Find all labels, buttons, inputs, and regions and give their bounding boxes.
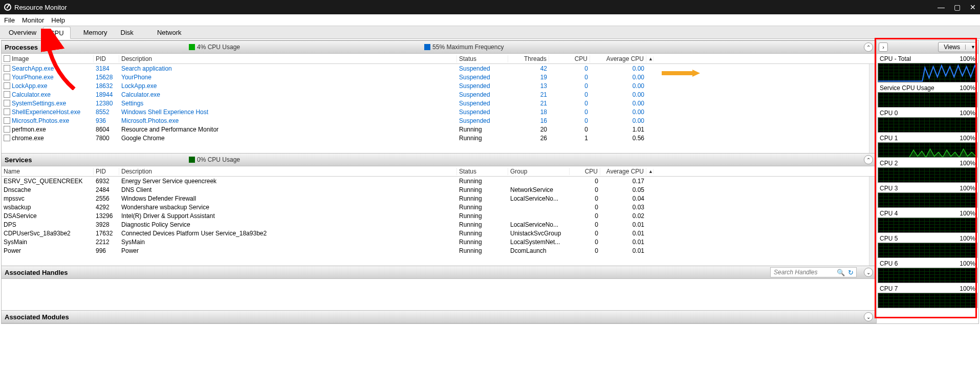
- tab-network[interactable]: Network: [150, 26, 188, 38]
- service-row[interactable]: mpssvc2556Windows Defender FirewallRunni…: [2, 194, 876, 203]
- row-checkbox[interactable]: [4, 117, 10, 124]
- chart-pct: 100%: [960, 55, 975, 62]
- minimize-button[interactable]: —: [938, 3, 945, 11]
- window-controls: — ▢ ✕: [938, 3, 976, 11]
- handles-body: [2, 279, 876, 310]
- tab-memory[interactable]: Memory: [77, 26, 114, 38]
- menu-file[interactable]: File: [4, 16, 15, 24]
- chart-label: CPU 5: [880, 235, 898, 242]
- select-all-checkbox[interactable]: [4, 55, 10, 62]
- refresh-icon[interactable]: ↻: [848, 269, 854, 276]
- chart-block: CPU 1100%: [878, 134, 977, 158]
- process-row[interactable]: SystemSettings.exe12380SettingsSuspended…: [2, 99, 876, 107]
- search-handles-box: 🔍 ↻: [770, 267, 857, 277]
- close-button[interactable]: ✕: [970, 3, 976, 11]
- collapse-services-icon[interactable]: ⌃: [864, 155, 873, 164]
- row-checkbox[interactable]: [4, 82, 10, 89]
- col-svc-status[interactable]: Status: [457, 168, 508, 175]
- charts-container: CPU - Total100%Service CPU Usage100%CPU …: [877, 54, 978, 323]
- service-row[interactable]: Dnscache2484DNS ClientRunningNetworkServ…: [2, 185, 876, 194]
- chart-pct: 100%: [960, 135, 975, 142]
- col-svc-avg[interactable]: Average CPU: [600, 168, 646, 175]
- col-avg-cpu[interactable]: Average CPU: [590, 55, 646, 62]
- chart-block: CPU 4100%: [878, 209, 977, 233]
- col-svc-cpu[interactable]: CPU: [570, 168, 600, 175]
- search-icon[interactable]: 🔍: [837, 269, 845, 276]
- service-cpu-meter-icon: [189, 157, 195, 163]
- assoc-handles-header[interactable]: Associated Handles 🔍 ↻ ⌄: [2, 266, 876, 279]
- tab-cpu[interactable]: CPU: [43, 27, 70, 39]
- max-freq-meter-icon: [424, 44, 430, 50]
- row-checkbox[interactable]: [4, 108, 10, 115]
- chart-canvas: [878, 192, 977, 208]
- col-description[interactable]: Description: [119, 55, 457, 62]
- tab-strip: Overview CPU Memory Disk Network: [0, 26, 980, 39]
- service-row[interactable]: SysMain2212SysMainRunningLocalSystemNet.…: [2, 237, 876, 246]
- chart-pct: 100%: [960, 235, 975, 242]
- row-checkbox[interactable]: [4, 91, 10, 98]
- row-checkbox[interactable]: [4, 126, 10, 133]
- chart-canvas: [878, 167, 977, 183]
- chart-canvas: [878, 117, 977, 133]
- process-row[interactable]: Microsoft.Photos.exe936Microsoft.Photos.…: [2, 116, 876, 125]
- menu-monitor[interactable]: Monitor: [22, 16, 44, 24]
- col-svc-name[interactable]: Name: [2, 168, 94, 175]
- views-dropdown[interactable]: Views ▼: [938, 42, 976, 52]
- col-cpu[interactable]: CPU: [549, 55, 590, 62]
- process-row[interactable]: chrome.exe7800Google ChromeRunning2610.5…: [2, 134, 876, 142]
- service-row[interactable]: ESRV_SVC_QUEENCREEK6932Energy Server Ser…: [2, 177, 876, 185]
- expand-modules-icon[interactable]: ⌄: [864, 312, 873, 321]
- service-row[interactable]: DPS3928Diagnostic Policy ServiceRunningL…: [2, 220, 876, 229]
- chart-pct: 100%: [960, 160, 975, 167]
- search-handles-input[interactable]: [774, 269, 835, 276]
- processes-header[interactable]: Processes 4% CPU Usage 55% Maximum Frequ…: [2, 40, 876, 54]
- annotation-orange-arrow: [662, 70, 700, 77]
- col-pid[interactable]: PID: [94, 55, 119, 62]
- titlebar: Resource Monitor — ▢ ✕: [0, 0, 980, 14]
- service-row[interactable]: wsbackup4292Wondershare wsbackup Service…: [2, 203, 876, 211]
- processes-scrollbar[interactable]: [869, 64, 876, 153]
- process-row[interactable]: ShellExperienceHost.exe8552Windows Shell…: [2, 107, 876, 116]
- chart-canvas: [878, 92, 977, 107]
- process-row[interactable]: Calculator.exe18944Calculator.exeSuspend…: [2, 90, 876, 99]
- tab-overview[interactable]: Overview: [2, 26, 43, 38]
- col-svc-pid[interactable]: PID: [94, 168, 119, 175]
- expand-handles-icon[interactable]: ⌄: [864, 268, 873, 277]
- service-row[interactable]: Power996PowerRunningDcomLaunch00.01: [2, 246, 876, 255]
- service-row[interactable]: CDPUserSvc_18a93be217632Connected Device…: [2, 229, 876, 237]
- row-checkbox[interactable]: [4, 135, 10, 141]
- chart-pct: 100%: [960, 84, 975, 92]
- process-row[interactable]: LockApp.exe18632LockApp.exeSuspended1300…: [2, 81, 876, 90]
- menu-help[interactable]: Help: [51, 16, 65, 24]
- col-svc-group[interactable]: Group: [508, 168, 570, 175]
- assoc-handles-title: Associated Handles: [5, 269, 68, 276]
- services-scrollbar[interactable]: [869, 177, 876, 266]
- process-row[interactable]: SearchApp.exe3184Search applicationSuspe…: [2, 64, 876, 73]
- row-checkbox[interactable]: [4, 100, 10, 106]
- tab-disk[interactable]: Disk: [114, 26, 140, 38]
- views-label: Views: [939, 44, 965, 51]
- collapse-processes-icon[interactable]: ⌃: [864, 42, 873, 52]
- maximize-button[interactable]: ▢: [954, 3, 961, 11]
- chart-label: CPU 1: [880, 135, 898, 142]
- service-row[interactable]: DSAService13296Intel(R) Driver & Support…: [2, 211, 876, 220]
- services-header[interactable]: Services 0% CPU Usage ⌃: [2, 153, 876, 166]
- charts-nav-button[interactable]: ›: [879, 42, 888, 52]
- cpu-usage-text: 4% CPU Usage: [197, 44, 240, 51]
- chart-block: CPU 6100%: [878, 259, 977, 283]
- charts-toolbar: › Views ▼: [877, 40, 978, 54]
- process-row[interactable]: perfmon.exe8604Resource and Performance …: [2, 125, 876, 134]
- row-checkbox[interactable]: [4, 74, 10, 80]
- chart-label: CPU 4: [880, 210, 898, 217]
- row-checkbox[interactable]: [4, 65, 10, 72]
- col-svc-desc[interactable]: Description: [119, 168, 457, 175]
- process-row[interactable]: YourPhone.exe15628YourPhoneSuspended1900…: [2, 73, 876, 81]
- chart-label: Service CPU Usage: [880, 84, 934, 92]
- processes-grid: SearchApp.exe3184Search applicationSuspe…: [2, 64, 876, 142]
- chart-block: CPU 7100%: [878, 285, 977, 308]
- col-image[interactable]: Image: [12, 55, 29, 62]
- col-threads[interactable]: Threads: [508, 55, 549, 62]
- chart-block: Service CPU Usage100%: [878, 84, 977, 107]
- col-status[interactable]: Status: [457, 55, 508, 62]
- assoc-modules-header[interactable]: Associated Modules ⌄: [2, 310, 876, 323]
